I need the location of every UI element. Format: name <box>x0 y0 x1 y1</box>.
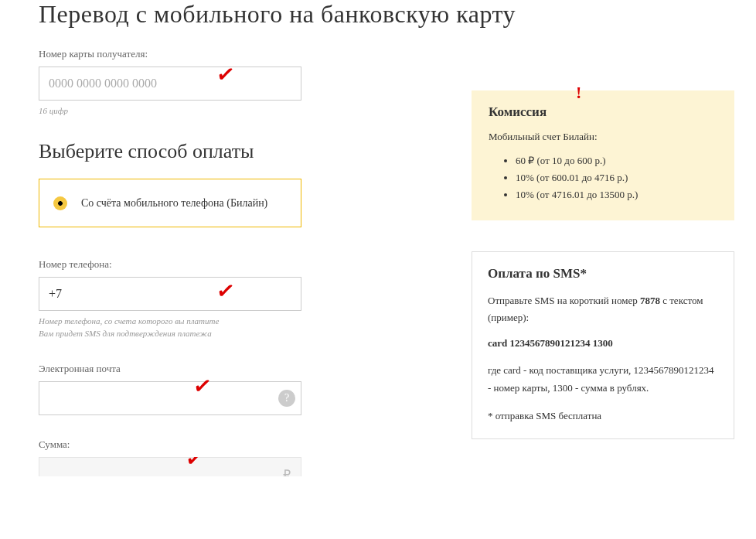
sms-explain: где card - код поставщика услуги, 123456… <box>488 362 718 396</box>
phone-input[interactable] <box>39 277 301 311</box>
payment-option-mobile[interactable]: Со счёта мобильного телефона (Билайн) <box>39 179 301 227</box>
annotation-exclaim-icon: ! <box>576 83 581 103</box>
sum-group: Сумма: ₽ ✓ <box>39 438 448 476</box>
phone-hint: Номер телефона, со счета которого вы пла… <box>39 316 448 339</box>
commission-item: 10% (от 600.01 до 4716 р.) <box>516 169 717 186</box>
currency-icon: ₽ <box>283 467 291 477</box>
commission-subtitle: Мобильный счет Билайн: <box>489 131 717 143</box>
sms-example: card 1234567890121234 1300 <box>488 337 718 350</box>
page-title: Перевод с мобильного на банковскую карту <box>39 0 717 29</box>
sum-input[interactable] <box>39 457 301 476</box>
payment-method-heading: Выберите способ оплаты <box>39 140 448 163</box>
phone-group: Номер телефона: ✓ Номер телефона, со сче… <box>39 258 448 339</box>
sms-note: * отправка SMS бесплатна <box>488 408 718 425</box>
card-number-input[interactable] <box>39 67 301 101</box>
sms-title: Оплата по SMS* <box>488 266 718 281</box>
card-number-hint: 16 цифр <box>39 105 448 117</box>
commission-list: 60 ₽ (от 10 до 600 р.) 10% (от 600.01 до… <box>489 152 717 203</box>
email-input[interactable] <box>39 381 301 415</box>
help-icon[interactable]: ? <box>278 390 295 407</box>
commission-title: Комиссия <box>489 104 717 120</box>
payment-option-label: Со счёта мобильного телефона (Билайн) <box>81 195 267 211</box>
commission-item: 60 ₽ (от 10 до 600 р.) <box>516 152 717 169</box>
radio-selected-icon <box>53 196 67 210</box>
commission-item: 10% (от 4716.01 до 13500 р.) <box>516 186 717 203</box>
email-group: Электронная почта ? ✓ <box>39 363 448 415</box>
card-number-group: Номер карты получателя: ✓ 16 цифр <box>39 48 448 117</box>
sms-intro: Отправьте SMS на короткий номер 7878 с т… <box>488 292 718 326</box>
commission-box: ! Комиссия Мобильный счет Билайн: 60 ₽ (… <box>472 90 734 220</box>
sum-label: Сумма: <box>39 438 448 451</box>
card-number-label: Номер карты получателя: <box>39 48 448 60</box>
sms-payment-box: Оплата по SMS* Отправьте SMS на короткий… <box>472 251 734 438</box>
email-label: Электронная почта <box>39 363 448 375</box>
phone-label: Номер телефона: <box>39 258 448 271</box>
